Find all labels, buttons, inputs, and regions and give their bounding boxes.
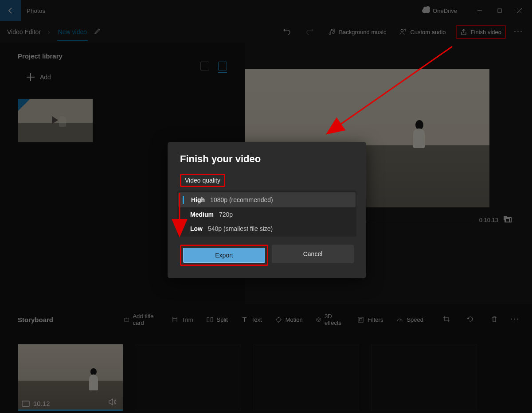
export-highlight-box: Export <box>180 245 268 266</box>
quality-option-high[interactable]: High 1080p (recommended) <box>178 192 356 207</box>
dialog-title: Finish your video <box>180 153 354 165</box>
export-button[interactable]: Export <box>183 248 265 263</box>
video-quality-label: Video quality <box>180 174 225 187</box>
cancel-button[interactable]: Cancel <box>272 245 354 263</box>
quality-option-medium[interactable]: Medium 720p <box>177 207 356 222</box>
quality-option-low[interactable]: Low 540p (smallest file size) <box>177 222 356 236</box>
finish-video-dialog: Finish your video Video quality High 108… <box>168 142 366 278</box>
selection-accent <box>183 196 184 204</box>
quality-options-list: High 1080p (recommended) Medium 720p Low… <box>177 191 356 237</box>
